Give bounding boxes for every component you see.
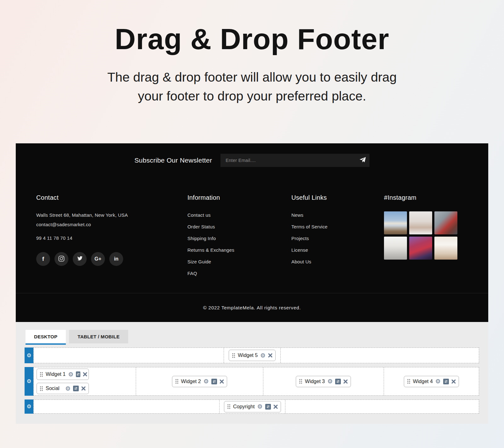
footer-link[interactable]: News: [291, 211, 384, 219]
twitter-button[interactable]: [73, 252, 87, 266]
drop-cell: Copyright: [219, 400, 285, 413]
drop-cell: Widget 5: [224, 348, 280, 363]
column-settings-icon[interactable]: [76, 371, 80, 377]
widget-chip-copyright[interactable]: Copyright: [224, 401, 281, 412]
row-cells: Widget 5: [33, 347, 479, 363]
footer-builder-panel: DESKTOP TABLET / MOBILE Widget 5: [16, 322, 488, 424]
footer-link[interactable]: FAQ: [187, 270, 291, 277]
facebook-icon: f: [42, 256, 44, 262]
widget-chip-widget4[interactable]: Widget 4: [404, 376, 459, 387]
column-settings-icon[interactable]: [443, 379, 449, 384]
instagram-photo[interactable]: [434, 211, 457, 234]
gear-icon: [26, 404, 31, 409]
footer-column-contact: Contact Walls Street 68, Mahattan, New Y…: [36, 193, 187, 281]
footer-link[interactable]: Size Guide: [187, 258, 291, 266]
widget-label: Widget 3: [305, 379, 325, 384]
newsletter-input-wrap: [220, 154, 369, 167]
footer-link[interactable]: Contact us: [187, 211, 291, 219]
linkedin-icon: in: [114, 256, 118, 262]
drop-cell: Widget 2: [136, 367, 263, 395]
column-settings-icon[interactable]: [265, 404, 271, 410]
footer-link[interactable]: Terms of Service: [291, 223, 384, 231]
row-settings-button[interactable]: [25, 367, 33, 396]
gear-icon: [26, 353, 31, 358]
drag-handle-icon[interactable]: [40, 372, 43, 377]
remove-widget-icon[interactable]: [343, 379, 348, 384]
email-input[interactable]: [220, 154, 369, 167]
drop-cell: Widget 1 Social: [34, 367, 136, 395]
copyright-text: © 2022 TemplateMela. All rights reserved…: [203, 305, 301, 310]
widget-chip-widget1[interactable]: Widget 1: [37, 369, 89, 380]
row-settings-button[interactable]: [25, 347, 33, 363]
remove-widget-icon[interactable]: [83, 372, 87, 376]
column-settings-icon[interactable]: [335, 379, 341, 384]
footer-link[interactable]: Order Status: [187, 223, 291, 231]
column-settings-icon[interactable]: [73, 386, 79, 391]
twitter-icon: [77, 256, 83, 262]
footer-link[interactable]: Shipping Info: [187, 235, 291, 242]
newsletter-bar: Subscribe Our Newsletter: [16, 143, 488, 177]
instagram-photo[interactable]: [434, 237, 457, 260]
gear-icon: [26, 379, 31, 384]
builder-rows: Widget 5: [25, 347, 479, 414]
widget-settings-gear-icon[interactable]: [203, 378, 209, 384]
drag-handle-icon[interactable]: [175, 379, 179, 384]
footer-link[interactable]: License: [291, 246, 384, 254]
widget-settings-gear-icon[interactable]: [435, 378, 441, 384]
useful-links-heading: Useful Links: [291, 193, 384, 202]
hero-section: Drag & Drop Footer The drag & drop foote…: [0, 0, 504, 106]
contact-email[interactable]: contact@sadesmarket.co: [36, 221, 187, 228]
linkedin-button[interactable]: in: [109, 252, 123, 266]
row-cells: Widget 1 Social: [33, 367, 479, 396]
drag-handle-icon[interactable]: [40, 386, 43, 391]
drop-cell: Widget 3: [263, 367, 384, 395]
footer-column-useful-links: Useful Links News Terms of Service Proje…: [291, 193, 384, 281]
remove-widget-icon[interactable]: [81, 386, 86, 391]
widget-chip-widget2[interactable]: Widget 2: [172, 376, 227, 387]
google-plus-button[interactable]: G+: [91, 252, 105, 266]
instagram-photo[interactable]: [409, 237, 432, 260]
instagram-button[interactable]: [54, 252, 68, 266]
instagram-photo[interactable]: [384, 211, 407, 234]
widget-settings-gear-icon[interactable]: [327, 378, 333, 384]
column-settings-icon[interactable]: [211, 379, 217, 384]
remove-widget-icon[interactable]: [220, 379, 224, 384]
tab-tablet-mobile[interactable]: TABLET / MOBILE: [69, 330, 128, 343]
contact-address: Walls Street 68, Mahattan, New York, USA: [36, 211, 187, 219]
drag-handle-icon[interactable]: [232, 353, 235, 358]
footer-column-instagram: #Instagram: [384, 193, 457, 281]
drop-cell: [34, 348, 224, 363]
footer-link[interactable]: Projects: [291, 235, 384, 242]
remove-widget-icon[interactable]: [268, 353, 272, 358]
drop-cell: [34, 400, 219, 413]
widget-settings-gear-icon[interactable]: [68, 371, 73, 377]
widget-chip-social[interactable]: Social: [37, 383, 89, 394]
footer-link[interactable]: About Us: [291, 258, 384, 266]
drop-cell: [280, 348, 479, 363]
widget-settings-gear-icon[interactable]: [65, 386, 71, 392]
remove-widget-icon[interactable]: [273, 405, 278, 409]
page-subtitle: The drag & drop footer will allow you to…: [0, 68, 504, 106]
subtitle-line-1: The drag & drop footer will allow you to…: [0, 68, 504, 87]
widget-label: Social: [46, 386, 63, 391]
instagram-photo[interactable]: [384, 237, 407, 260]
drag-handle-icon[interactable]: [227, 404, 231, 409]
drag-handle-icon[interactable]: [407, 379, 410, 384]
newsletter-heading: Subscribe Our Newsletter: [135, 157, 212, 164]
facebook-button[interactable]: f: [36, 252, 50, 266]
row-cells: Copyright: [33, 399, 479, 414]
instagram-photo[interactable]: [409, 211, 432, 234]
send-button[interactable]: [359, 157, 366, 164]
row-settings-button[interactable]: [25, 399, 33, 414]
remove-widget-icon[interactable]: [451, 379, 456, 384]
device-tabs: DESKTOP TABLET / MOBILE: [26, 330, 128, 345]
tab-desktop[interactable]: DESKTOP: [26, 330, 66, 345]
widget-settings-gear-icon[interactable]: [257, 404, 262, 410]
useful-links: News Terms of Service Projects License A…: [291, 211, 384, 266]
drag-handle-icon[interactable]: [299, 379, 302, 384]
widget-settings-gear-icon[interactable]: [260, 353, 266, 359]
instagram-grid: [384, 211, 457, 260]
widget-chip-widget3[interactable]: Widget 3: [296, 376, 351, 387]
widget-chip-widget5[interactable]: Widget 5: [229, 350, 276, 361]
footer-link[interactable]: Returns & Exchanges: [187, 246, 291, 254]
